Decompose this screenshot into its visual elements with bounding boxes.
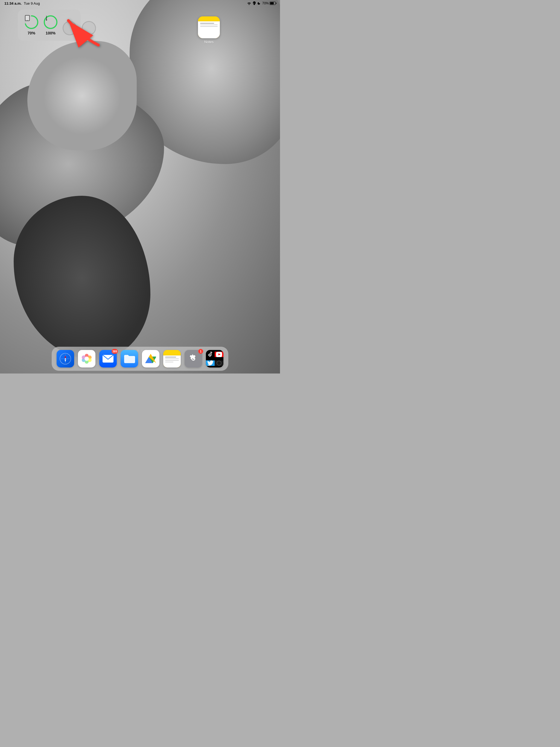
dock-photos-wrapper[interactable] — [78, 350, 96, 367]
files-folder-icon — [124, 354, 135, 364]
battery-icon — [270, 2, 276, 5]
status-date: Tue 9 Aug — [24, 1, 40, 5]
moon-icon — [257, 2, 261, 5]
battery-item-ipad: 70% — [24, 15, 39, 35]
photos-flower-icon — [80, 352, 94, 366]
wifi-icon — [247, 2, 251, 5]
dock-notes-wrapper[interactable] — [163, 350, 181, 367]
wallpaper — [0, 0, 280, 374]
battery-item-empty2 — [82, 21, 96, 35]
drive-triangle-icon — [145, 353, 157, 365]
notes-line-1 — [200, 23, 214, 24]
dock-photos-icon[interactable] — [78, 350, 96, 367]
notes-app-label: Notes — [204, 40, 213, 44]
svg-point-4 — [27, 20, 28, 21]
svg-point-23 — [84, 357, 89, 361]
battery-ipad-icon — [26, 17, 37, 28]
dock-mail-wrapper[interactable]: 389 — [99, 350, 117, 367]
dock-tiktok-icon[interactable] — [206, 350, 223, 367]
settings-gear-icon — [188, 354, 199, 364]
battery-percent: 70% — [262, 1, 269, 5]
status-bar: 11:34 a.m. Tue 9 Aug 70% — [0, 0, 280, 6]
dock-safari-icon[interactable] — [57, 350, 74, 367]
svg-point-35 — [217, 361, 221, 365]
battery-empty-circle-1 — [62, 21, 77, 35]
notes-line-2 — [200, 25, 218, 25]
battery-item-empty1 — [62, 21, 77, 35]
svg-point-16 — [65, 358, 66, 359]
dock-safari-wrapper[interactable] — [57, 350, 74, 367]
svg-marker-8 — [46, 20, 47, 21]
battery-fill — [270, 2, 274, 4]
battery-widget: 70% 100% — [18, 9, 81, 41]
dock: 389 — [52, 347, 228, 371]
location-icon — [253, 1, 256, 5]
safari-compass-icon — [59, 353, 71, 365]
settings-badge: 1 — [198, 349, 203, 354]
mail-envelope-icon — [102, 354, 114, 363]
battery-circle-pencil — [44, 15, 58, 29]
battery-pencil-percent: 100% — [46, 31, 55, 35]
dock-drive-wrapper[interactable] — [142, 350, 159, 367]
dock-notes-icon[interactable] — [163, 350, 181, 367]
battery-ipad-percent: 70% — [28, 31, 35, 35]
dock-settings-wrapper[interactable]: 1 — [184, 350, 202, 367]
svg-rect-3 — [26, 16, 29, 20]
notes-icon-body — [198, 21, 220, 38]
notes-icon-top — [198, 17, 220, 21]
svg-rect-9 — [46, 16, 47, 17]
battery-container: 70% — [262, 1, 276, 5]
dock-drive-icon[interactable] — [142, 350, 159, 367]
status-time: 11:34 a.m. — [4, 1, 22, 5]
notes-line-3 — [200, 26, 218, 27]
battery-pencil-icon — [45, 17, 56, 28]
dock-files-wrapper[interactable] — [121, 350, 138, 367]
notes-app-icon-container[interactable]: Notes — [198, 17, 220, 44]
mail-badge: 389 — [111, 349, 118, 354]
dock-multi-wrapper[interactable] — [206, 350, 223, 367]
dock-files-icon[interactable] — [121, 350, 138, 367]
notes-app-icon[interactable] — [198, 17, 220, 38]
battery-item-pencil: 100% — [44, 15, 58, 35]
battery-circle-ipad — [24, 15, 39, 29]
battery-empty-circle-2 — [82, 21, 96, 35]
